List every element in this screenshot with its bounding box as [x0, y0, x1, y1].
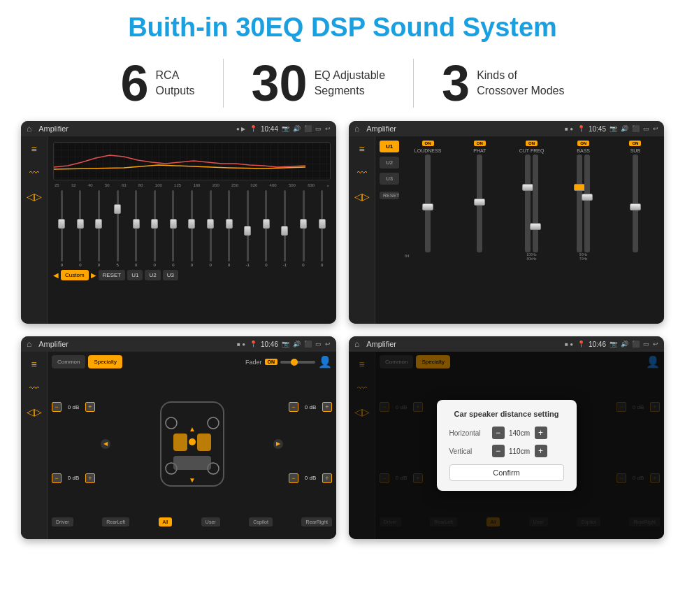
u2-btn[interactable]: U2: [380, 157, 399, 169]
horizontal-plus[interactable]: +: [535, 427, 547, 439]
track-4[interactable]: [117, 190, 119, 262]
slider-bass-1[interactable]: [577, 155, 582, 252]
on-sub[interactable]: ON: [629, 141, 641, 146]
vol-icon-1[interactable]: ◁▷: [27, 191, 42, 202]
on-phat[interactable]: ON: [474, 141, 486, 146]
tab-common-3[interactable]: Common: [52, 355, 85, 368]
track-9[interactable]: [210, 190, 212, 262]
camera-icon-1: 📷: [282, 125, 289, 132]
eq-icon-3[interactable]: ≡: [31, 359, 36, 370]
slider-sub-1[interactable]: [633, 155, 638, 252]
rearleft-btn[interactable]: RearLeft: [102, 517, 129, 527]
vol-minus-rl[interactable]: −: [52, 473, 62, 483]
on-bass[interactable]: ON: [577, 141, 589, 146]
track-14[interactable]: [303, 190, 305, 262]
fader-slider[interactable]: [280, 361, 315, 364]
u3-btn-1[interactable]: U3: [163, 270, 178, 280]
rca-num: 6: [121, 58, 149, 108]
rearright-btn[interactable]: RearRight: [301, 517, 332, 527]
horizontal-minus[interactable]: −: [492, 427, 505, 439]
fader-on-toggle[interactable]: ON: [265, 359, 278, 365]
track-10[interactable]: [228, 190, 230, 262]
vol-plus-fr[interactable]: +: [322, 402, 332, 412]
u1-btn-1[interactable]: U1: [127, 270, 143, 280]
back-icon-3[interactable]: ↩: [325, 341, 331, 348]
prev-arrow[interactable]: ◀: [53, 271, 59, 279]
u1-btn[interactable]: U1: [380, 141, 399, 152]
arrow-left[interactable]: ◀: [101, 439, 110, 449]
channel-phat: ON PHAT: [455, 141, 504, 320]
track-1[interactable]: [61, 190, 63, 262]
vol-minus-rr[interactable]: −: [289, 473, 298, 483]
slider-11: -1: [239, 190, 257, 267]
vertical-minus[interactable]: −: [492, 445, 505, 457]
tab-specialty-3[interactable]: Specialty: [88, 355, 122, 368]
slider-cutfreq-1[interactable]: [525, 155, 531, 252]
slider-cutfreq-2[interactable]: [533, 155, 538, 252]
back-icon-1[interactable]: ↩: [325, 125, 331, 132]
vol-plus-fl[interactable]: +: [85, 402, 95, 412]
track-8[interactable]: [191, 190, 193, 262]
vol-minus-fl[interactable]: −: [52, 402, 62, 412]
dot-icons-2: ■ ●: [565, 126, 573, 132]
sound-icon-4: 🔊: [621, 341, 628, 348]
custom-btn[interactable]: Custom: [61, 270, 89, 280]
vol-plus-rr[interactable]: +: [322, 473, 332, 483]
home-icon-2[interactable]: ⌂: [354, 124, 359, 134]
track-11[interactable]: [247, 190, 249, 262]
wave-icon-1[interactable]: 〰: [29, 167, 39, 178]
right-arrow[interactable]: ▶: [273, 439, 283, 449]
track-2[interactable]: [79, 190, 81, 262]
on-cutfreq[interactable]: ON: [526, 141, 538, 146]
track-7[interactable]: [172, 190, 174, 262]
track-15[interactable]: [321, 190, 323, 262]
reset-btn-2[interactable]: RESET: [380, 192, 399, 199]
vol-plus-rl[interactable]: +: [85, 473, 95, 483]
track-6[interactable]: [154, 190, 156, 262]
track-5[interactable]: [135, 190, 137, 262]
wave-icon-3[interactable]: 〰: [29, 382, 39, 394]
next-arrow[interactable]: ▶: [91, 271, 96, 279]
copilot-btn[interactable]: Copilot: [249, 517, 273, 527]
eq-num: 30: [252, 58, 308, 108]
slider-10: 0: [220, 190, 238, 267]
back-icon-2[interactable]: ↩: [653, 125, 658, 132]
eq-icon-1[interactable]: ≡: [31, 143, 36, 155]
slider-15: 0: [313, 190, 331, 267]
track-3[interactable]: [98, 190, 100, 262]
wave-icon-2[interactable]: 〰: [357, 167, 367, 178]
features-row: 6 RCA Outputs 30 EQ Adjustable Segments …: [0, 51, 685, 121]
left-arrow[interactable]: ◀: [101, 439, 110, 449]
vol-icon-2[interactable]: ◁▷: [354, 191, 370, 202]
back-icon-4[interactable]: ↩: [653, 341, 658, 348]
camera-icon-3: 📷: [282, 341, 289, 348]
home-icon-1[interactable]: ⌂: [27, 124, 31, 134]
driver-btn[interactable]: Driver: [52, 517, 73, 527]
freq-32: 32: [71, 183, 76, 187]
label-sub: SUB: [630, 148, 640, 153]
on-loudness[interactable]: ON: [422, 141, 434, 146]
reset-btn-1[interactable]: RESET: [99, 270, 126, 280]
slider-phat-1[interactable]: [477, 155, 482, 252]
slider-loudness-1[interactable]: [425, 155, 431, 252]
confirm-button[interactable]: Confirm: [449, 464, 564, 481]
vol-icon-3[interactable]: ◁▷: [27, 406, 42, 417]
vol-val-fr: 0 dB: [301, 404, 320, 410]
track-12[interactable]: [265, 190, 267, 262]
u2-btn-1[interactable]: U2: [145, 270, 160, 280]
arrow-right[interactable]: ▶: [273, 439, 283, 449]
vertical-plus[interactable]: +: [535, 445, 547, 457]
home-icon-4[interactable]: ⌂: [354, 339, 359, 349]
slider-bass-2[interactable]: [584, 155, 590, 252]
freq-more[interactable]: »: [326, 183, 329, 187]
vol-minus-fr[interactable]: −: [289, 402, 298, 412]
u3-btn[interactable]: U3: [380, 173, 399, 185]
screen2-content: ≡ 〰 ◁▷ U1 U2 U3 RESET ON L: [349, 136, 664, 324]
user-btn[interactable]: User: [201, 517, 220, 527]
all-btn[interactable]: All: [159, 517, 173, 527]
eq-label: EQ Adjustable Segments: [315, 68, 385, 99]
eq-icon-2[interactable]: ≡: [359, 143, 364, 155]
track-13[interactable]: [284, 190, 286, 262]
home-icon-3[interactable]: ⌂: [27, 339, 31, 349]
channel-sub: ON SUB: [611, 141, 660, 320]
